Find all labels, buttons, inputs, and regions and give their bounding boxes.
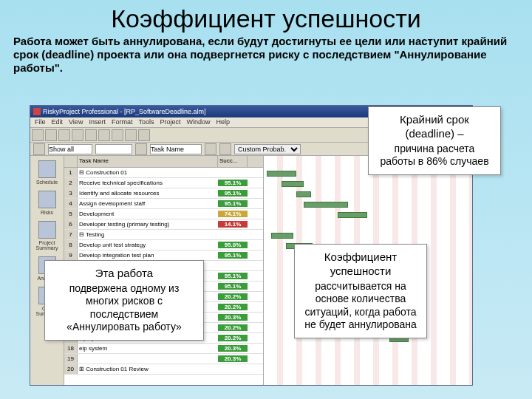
row-number: 5 [64, 209, 78, 219]
row-number: 9 [64, 250, 78, 260]
success-rate-cell: 20.3% [218, 355, 248, 362]
menu-insert[interactable]: Insert [89, 118, 106, 126]
task-name-cell: Developer testing (primary testing) [78, 221, 218, 228]
success-rate-cell: 95.1% [218, 252, 248, 259]
callout-task-risk: Эта работа подвержена одному из многих р… [44, 260, 204, 341]
col-succ: Succ... [218, 156, 248, 167]
success-rate-cell: 14.1% [218, 221, 248, 228]
sidebar-schedule[interactable]: Schedule [33, 160, 61, 185]
success-rate-cell: 20.3% [218, 345, 248, 352]
table-row[interactable]: 6 Developer testing (primary testing)14.… [64, 219, 263, 230]
success-rate-cell: 95.0% [218, 242, 248, 248]
row-number: 6 [64, 219, 78, 229]
row-number: 2 [64, 178, 78, 188]
gantt-bar[interactable] [282, 181, 304, 187]
callout-deadline: Крайний срок (deadline) – причина расчет… [368, 106, 501, 175]
menu-project[interactable]: Project [160, 118, 180, 126]
success-rate-cell: 95.1% [218, 190, 248, 197]
callout-success-rate: Коэффициент успешности рассчитывается на… [294, 244, 427, 338]
menu-tools[interactable]: Tools [138, 118, 154, 126]
taskname-input[interactable] [150, 144, 202, 154]
risks-icon [38, 191, 56, 208]
row-number: 1 [64, 168, 78, 177]
slide-title: Коэффициент успешности [0, 0, 532, 35]
menu-window[interactable]: Window [186, 118, 210, 126]
row-number: 4 [64, 199, 78, 208]
menu-file[interactable]: File [35, 118, 46, 126]
nav-next-button[interactable] [219, 143, 231, 155]
table-row[interactable]: 18 elp system20.3% [64, 344, 263, 354]
col-name: Task Name [78, 156, 218, 167]
print-button[interactable] [72, 129, 83, 141]
paste-button[interactable] [112, 129, 123, 141]
table-row[interactable]: 8 Develop unit test strategy95.0% [64, 240, 263, 250]
redo-button[interactable] [138, 129, 150, 141]
success-rate-cell: 95.1% [218, 273, 248, 279]
success-rate-cell: 20.2% [218, 335, 248, 341]
task-name-cell: elp system [78, 345, 218, 352]
undo-button[interactable] [125, 129, 137, 141]
row-number: 19 [64, 354, 78, 364]
show-filter[interactable] [48, 144, 92, 154]
row-number: 3 [64, 188, 78, 198]
success-rate-cell: 20.3% [218, 314, 248, 321]
task-name-cell: Develop unit test strategy [78, 242, 218, 248]
nav-prev-button[interactable] [205, 143, 216, 155]
task-name-cell: ⊟ Testing [78, 231, 218, 238]
task-name-cell: ⊟ Construction 01 [78, 169, 218, 176]
gantt-bar[interactable] [304, 202, 348, 208]
success-rate-cell: 95.1% [218, 283, 248, 290]
gantt-bar[interactable] [338, 212, 367, 218]
row-number: 18 [64, 344, 78, 353]
row-number: 7 [64, 230, 78, 239]
row-number: 8 [64, 240, 78, 250]
gantt-bar[interactable] [296, 191, 311, 197]
app-icon [33, 108, 41, 115]
table-row[interactable]: 5 Development74.1% [64, 209, 263, 219]
slide-description: Работа может быть аннулирована, если буд… [0, 35, 532, 78]
sidebar-risks[interactable]: Risks [33, 191, 61, 215]
menu-view[interactable]: View [69, 118, 83, 126]
gantt-bar[interactable] [267, 171, 296, 177]
success-rate-cell: 95.1% [218, 200, 248, 207]
success-rate-cell: 95.1% [218, 180, 248, 186]
summary-icon [38, 221, 56, 239]
table-row[interactable]: 2 Receive technical specifications95.1% [64, 178, 263, 188]
menu-help[interactable]: Help [216, 118, 230, 126]
task-name-cell: Develop integration test plan [78, 252, 218, 259]
table-row[interactable]: 20⊞ Construction 01 Review [64, 364, 263, 375]
open-button[interactable] [45, 129, 57, 141]
save-button[interactable] [58, 129, 70, 141]
task-name-cell: Receive technical specifications [78, 180, 218, 186]
table-row[interactable]: 7⊟ Testing [64, 230, 263, 240]
view-button[interactable] [33, 143, 45, 155]
table-row[interactable]: 3 Identify and allocate resources95.1% [64, 188, 263, 199]
success-rate-cell: 74.1% [218, 211, 248, 217]
table-row[interactable]: 1⊟ Construction 01 [64, 168, 263, 178]
success-rate-cell: 20.2% [218, 324, 248, 331]
table-row[interactable]: 4 Assign development staff95.1% [64, 199, 263, 209]
success-rate-cell: 20.2% [218, 304, 248, 310]
col-num [64, 156, 78, 167]
task-name-cell: ⊞ Construction 01 Review [78, 366, 218, 372]
column-select[interactable]: Custom Probab. [234, 144, 301, 154]
table-row[interactable]: 9 Develop integration test plan95.1% [64, 250, 263, 261]
sidebar-project-summary[interactable]: Project Summary [33, 221, 61, 250]
new-button[interactable] [32, 129, 44, 141]
gantt-bar[interactable] [271, 233, 293, 239]
schedule-icon [38, 160, 56, 178]
task-name-cell: Identify and allocate resources [78, 190, 218, 197]
window-title: RiskyProject Professional - [RP_Software… [43, 108, 206, 115]
row-number: 20 [64, 364, 78, 374]
grid-header: Task Name Succ... [64, 156, 263, 168]
copy-button[interactable] [98, 129, 110, 141]
filter-input[interactable] [95, 144, 132, 154]
task-name-cell: Assign development staff [78, 200, 218, 207]
table-row[interactable]: 1920.3% [64, 354, 263, 364]
success-rate-cell: 20.2% [218, 293, 248, 300]
filter-button[interactable] [135, 143, 147, 155]
cut-button[interactable] [85, 129, 97, 141]
menu-format[interactable]: Format [112, 118, 133, 126]
task-name-cell: Development [78, 211, 218, 217]
menu-edit[interactable]: Edit [52, 118, 64, 126]
